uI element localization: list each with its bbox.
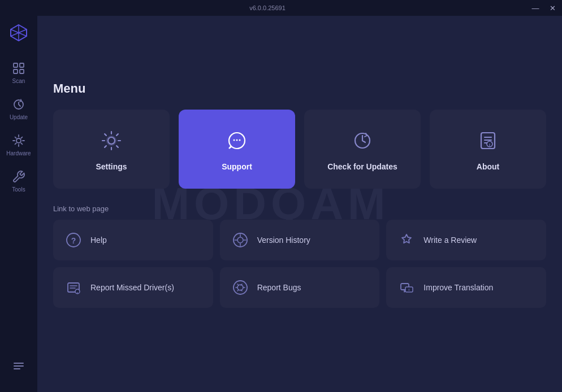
report-bugs-label: Report Bugs — [257, 283, 301, 292]
improve-translation-card[interactable]: A Improve Translation — [386, 267, 546, 308]
sidebar-item-update[interactable]: Update — [3, 92, 34, 125]
svg-text:?: ? — [71, 236, 76, 245]
settings-card-label: Settings — [96, 162, 127, 171]
titlebar: v6.0.0.25691 — ✕ — [0, 0, 562, 16]
version-history-icon — [231, 231, 249, 249]
support-card-label: Support — [222, 162, 252, 171]
check-updates-icon — [349, 127, 376, 154]
report-bugs-card[interactable]: Report Bugs — [220, 267, 380, 308]
svg-rect-3 — [20, 69, 24, 73]
menu-icon — [11, 358, 27, 374]
sidebar-item-tools[interactable]: Tools — [3, 164, 34, 198]
page-title: Menu — [53, 81, 546, 96]
app-logo — [7, 21, 30, 44]
settings-card[interactable]: Settings — [53, 110, 170, 189]
window-controls: — ✕ — [530, 3, 557, 13]
sidebar-item-scan[interactable]: Scan — [3, 55, 34, 89]
report-missed-driver-card[interactable]: + Report Missed Driver(s) — [53, 267, 213, 308]
svg-rect-0 — [14, 63, 18, 67]
svg-text:i: i — [489, 143, 490, 147]
write-review-label: Write a Review — [423, 236, 477, 245]
help-label: Help — [90, 236, 107, 245]
svg-point-5 — [16, 138, 21, 143]
about-icon: i — [474, 127, 502, 154]
link-cards: ? Help Version History Wri — [53, 220, 546, 308]
svg-point-12 — [239, 140, 241, 141]
svg-point-10 — [234, 140, 235, 141]
write-review-icon — [397, 231, 416, 249]
improve-translation-icon: A — [397, 278, 416, 297]
svg-rect-1 — [20, 63, 24, 67]
help-icon: ? — [64, 231, 83, 249]
version-history-label: Version History — [257, 236, 310, 245]
sidebar-item-menu[interactable] — [3, 349, 34, 383]
version-history-card[interactable]: Version History — [220, 220, 380, 260]
improve-translation-label: Improve Translation — [423, 283, 493, 292]
check-updates-card-label: Check for Updates — [327, 162, 397, 171]
sidebar-item-hardware[interactable]: Hardware — [3, 128, 34, 162]
support-icon — [223, 127, 250, 154]
version-label: v6.0.0.25691 — [249, 5, 286, 11]
menu-cards: Settings Support — [53, 110, 546, 189]
svg-point-11 — [236, 140, 238, 141]
help-card[interactable]: ? Help — [53, 220, 213, 260]
svg-rect-2 — [14, 69, 18, 73]
sidebar-scan-label: Scan — [12, 79, 25, 84]
sidebar-update-label: Update — [10, 115, 28, 120]
sidebar-tools-label: Tools — [12, 187, 25, 193]
write-review-card[interactable]: Write a Review — [386, 220, 546, 260]
report-bugs-icon — [231, 278, 249, 297]
section-title: Link to web page — [53, 204, 546, 213]
close-button[interactable]: ✕ — [547, 3, 557, 13]
minimize-button[interactable]: — — [530, 3, 541, 13]
support-card[interactable]: Support — [179, 110, 295, 189]
about-card-label: About — [477, 162, 499, 171]
sidebar-hardware-label: Hardware — [6, 151, 31, 156]
svg-text:+: + — [76, 291, 79, 294]
hardware-icon — [11, 133, 27, 149]
report-missed-driver-label: Report Missed Driver(s) — [90, 283, 174, 292]
main-content: MODQAM Menu Settings — [37, 16, 562, 392]
report-missed-driver-icon: + — [64, 278, 83, 297]
scan-icon — [11, 60, 27, 76]
tools-icon — [11, 169, 27, 185]
update-icon — [11, 97, 27, 112]
sidebar: Scan Update Hardware Tools — [0, 16, 37, 392]
svg-point-9 — [108, 137, 115, 144]
check-updates-card[interactable]: Check for Updates — [304, 110, 421, 189]
svg-point-23 — [237, 237, 243, 243]
settings-icon — [98, 127, 125, 154]
about-card[interactable]: i About — [430, 110, 546, 189]
